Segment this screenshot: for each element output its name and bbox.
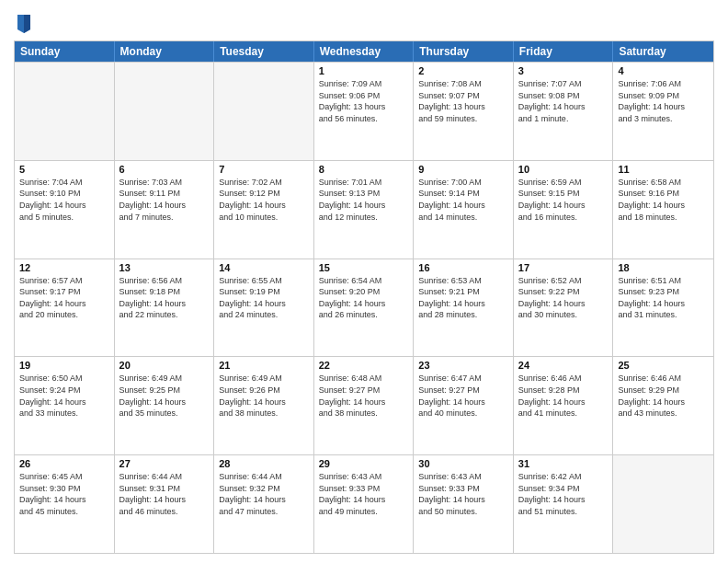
day-info: Sunrise: 6:58 AMSunset: 9:16 PMDaylight:… [618, 177, 709, 223]
day-info: Sunrise: 6:56 AMSunset: 9:18 PMDaylight:… [119, 275, 210, 321]
day-info: Sunrise: 6:46 AMSunset: 9:29 PMDaylight:… [618, 373, 709, 419]
calendar-day-14: 14Sunrise: 6:55 AMSunset: 9:19 PMDayligh… [214, 259, 314, 357]
day-number: 7 [219, 164, 309, 175]
calendar-day-4: 4Sunrise: 7:06 AMSunset: 9:09 PMDaylight… [613, 63, 713, 160]
day-info: Sunrise: 6:51 AMSunset: 9:23 PMDaylight:… [618, 275, 709, 321]
day-number: 13 [119, 262, 210, 273]
day-info: Sunrise: 6:55 AMSunset: 9:19 PMDaylight:… [219, 275, 309, 321]
calendar: SundayMondayTuesdayWednesdayThursdayFrid… [14, 40, 714, 554]
day-number: 3 [518, 65, 609, 76]
logo-text [14, 13, 32, 35]
calendar-day-13: 13Sunrise: 6:56 AMSunset: 9:18 PMDayligh… [115, 259, 215, 357]
header-day-tuesday: Tuesday [214, 41, 314, 62]
calendar-day-8: 8Sunrise: 7:01 AMSunset: 9:13 PMDaylight… [314, 161, 415, 259]
calendar-week-4: 19Sunrise: 6:50 AMSunset: 9:24 PMDayligh… [15, 356, 713, 454]
calendar-day-17: 17Sunrise: 6:52 AMSunset: 9:22 PMDayligh… [514, 259, 614, 357]
day-number: 19 [19, 360, 109, 371]
day-info: Sunrise: 6:44 AMSunset: 9:32 PMDaylight:… [219, 471, 309, 517]
day-info: Sunrise: 6:42 AMSunset: 9:34 PMDaylight:… [518, 471, 609, 517]
calendar-day-2: 2Sunrise: 7:08 AMSunset: 9:07 PMDaylight… [414, 63, 514, 160]
calendar-day-25: 25Sunrise: 6:46 AMSunset: 9:29 PMDayligh… [613, 357, 713, 454]
calendar-day-11: 11Sunrise: 6:58 AMSunset: 9:16 PMDayligh… [613, 161, 713, 259]
day-number: 26 [19, 458, 109, 469]
day-number: 16 [418, 262, 508, 273]
day-info: Sunrise: 7:00 AMSunset: 9:14 PMDaylight:… [418, 177, 508, 223]
day-info: Sunrise: 7:01 AMSunset: 9:13 PMDaylight:… [319, 177, 409, 223]
day-number: 14 [219, 262, 309, 273]
day-info: Sunrise: 7:09 AMSunset: 9:06 PMDaylight:… [319, 78, 409, 124]
calendar-day-20: 20Sunrise: 6:49 AMSunset: 9:25 PMDayligh… [115, 357, 215, 454]
svg-marker-1 [24, 15, 30, 33]
calendar-body: 1Sunrise: 7:09 AMSunset: 9:06 PMDaylight… [15, 62, 713, 553]
calendar-day-29: 29Sunrise: 6:43 AMSunset: 9:33 PMDayligh… [314, 455, 415, 553]
day-info: Sunrise: 6:43 AMSunset: 9:33 PMDaylight:… [319, 471, 409, 517]
calendar-week-3: 12Sunrise: 6:57 AMSunset: 9:17 PMDayligh… [15, 259, 713, 357]
header-day-wednesday: Wednesday [314, 41, 415, 62]
day-number: 11 [618, 164, 709, 175]
day-info: Sunrise: 7:06 AMSunset: 9:09 PMDaylight:… [618, 78, 709, 124]
day-number: 9 [418, 164, 508, 175]
day-number: 2 [418, 65, 508, 76]
calendar-day-26: 26Sunrise: 6:45 AMSunset: 9:30 PMDayligh… [15, 455, 115, 553]
header-day-saturday: Saturday [613, 41, 713, 62]
day-number: 4 [618, 65, 709, 76]
day-info: Sunrise: 6:49 AMSunset: 9:26 PMDaylight:… [219, 373, 309, 419]
logo-icon [16, 13, 32, 33]
day-number: 21 [219, 360, 309, 371]
calendar-day-16: 16Sunrise: 6:53 AMSunset: 9:21 PMDayligh… [414, 259, 514, 357]
day-info: Sunrise: 6:45 AMSunset: 9:30 PMDaylight:… [19, 471, 109, 517]
day-info: Sunrise: 6:47 AMSunset: 9:27 PMDaylight:… [418, 373, 508, 419]
day-number: 8 [319, 164, 409, 175]
day-info: Sunrise: 6:49 AMSunset: 9:25 PMDaylight:… [119, 373, 210, 419]
day-number: 25 [618, 360, 709, 371]
calendar-empty-cell [15, 63, 115, 160]
day-number: 6 [119, 164, 210, 175]
day-info: Sunrise: 6:48 AMSunset: 9:27 PMDaylight:… [319, 373, 409, 419]
day-number: 24 [518, 360, 609, 371]
calendar-day-19: 19Sunrise: 6:50 AMSunset: 9:24 PMDayligh… [15, 357, 115, 454]
page: SundayMondayTuesdayWednesdayThursdayFrid… [0, 0, 728, 563]
calendar-day-18: 18Sunrise: 6:51 AMSunset: 9:23 PMDayligh… [613, 259, 713, 357]
calendar-day-10: 10Sunrise: 6:59 AMSunset: 9:15 PMDayligh… [514, 161, 614, 259]
day-number: 5 [19, 164, 109, 175]
calendar-week-1: 1Sunrise: 7:09 AMSunset: 9:06 PMDaylight… [15, 62, 713, 160]
day-info: Sunrise: 6:50 AMSunset: 9:24 PMDaylight:… [19, 373, 109, 419]
day-info: Sunrise: 6:54 AMSunset: 9:20 PMDaylight:… [319, 275, 409, 321]
header-day-monday: Monday [115, 41, 215, 62]
calendar-week-2: 5Sunrise: 7:04 AMSunset: 9:10 PMDaylight… [15, 160, 713, 259]
day-number: 18 [618, 262, 709, 273]
day-number: 28 [219, 458, 309, 469]
day-number: 17 [518, 262, 609, 273]
calendar-day-22: 22Sunrise: 6:48 AMSunset: 9:27 PMDayligh… [314, 357, 415, 454]
calendar-day-9: 9Sunrise: 7:00 AMSunset: 9:14 PMDaylight… [414, 161, 514, 259]
calendar-day-23: 23Sunrise: 6:47 AMSunset: 9:27 PMDayligh… [414, 357, 514, 454]
day-info: Sunrise: 7:03 AMSunset: 9:11 PMDaylight:… [119, 177, 210, 223]
calendar-day-24: 24Sunrise: 6:46 AMSunset: 9:28 PMDayligh… [514, 357, 614, 454]
day-info: Sunrise: 6:53 AMSunset: 9:21 PMDaylight:… [418, 275, 508, 321]
day-number: 10 [518, 164, 609, 175]
calendar-day-1: 1Sunrise: 7:09 AMSunset: 9:06 PMDaylight… [314, 63, 415, 160]
header-day-thursday: Thursday [414, 41, 514, 62]
day-number: 27 [119, 458, 210, 469]
day-info: Sunrise: 7:08 AMSunset: 9:07 PMDaylight:… [418, 78, 508, 124]
calendar-header: SundayMondayTuesdayWednesdayThursdayFrid… [15, 41, 713, 62]
calendar-empty-cell [613, 455, 713, 553]
calendar-empty-cell [115, 63, 215, 160]
day-number: 20 [119, 360, 210, 371]
header-day-sunday: Sunday [15, 41, 115, 62]
calendar-day-5: 5Sunrise: 7:04 AMSunset: 9:10 PMDaylight… [15, 161, 115, 259]
logo [14, 13, 32, 35]
calendar-day-30: 30Sunrise: 6:43 AMSunset: 9:33 PMDayligh… [414, 455, 514, 553]
day-number: 30 [418, 458, 508, 469]
day-number: 1 [319, 65, 409, 76]
calendar-day-21: 21Sunrise: 6:49 AMSunset: 9:26 PMDayligh… [214, 357, 314, 454]
calendar-day-12: 12Sunrise: 6:57 AMSunset: 9:17 PMDayligh… [15, 259, 115, 357]
calendar-empty-cell [214, 63, 314, 160]
day-info: Sunrise: 7:02 AMSunset: 9:12 PMDaylight:… [219, 177, 309, 223]
day-info: Sunrise: 6:52 AMSunset: 9:22 PMDaylight:… [518, 275, 609, 321]
day-info: Sunrise: 6:59 AMSunset: 9:15 PMDaylight:… [518, 177, 609, 223]
day-info: Sunrise: 6:44 AMSunset: 9:31 PMDaylight:… [119, 471, 210, 517]
day-number: 31 [518, 458, 609, 469]
calendar-day-31: 31Sunrise: 6:42 AMSunset: 9:34 PMDayligh… [514, 455, 614, 553]
calendar-day-28: 28Sunrise: 6:44 AMSunset: 9:32 PMDayligh… [214, 455, 314, 553]
